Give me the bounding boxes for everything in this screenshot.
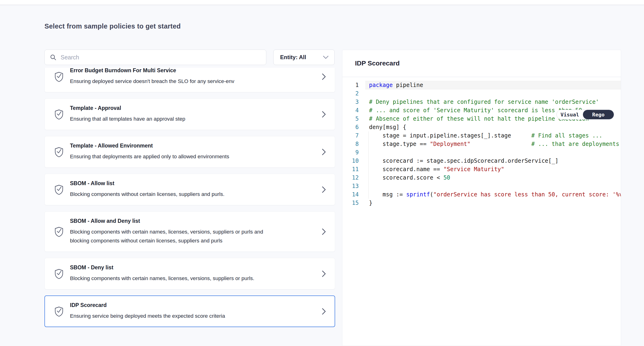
chevron-right-icon (321, 228, 326, 236)
policy-description: Blocking components without certain lice… (70, 190, 280, 199)
entity-filter-dropdown[interactable]: Entity: All (273, 49, 335, 65)
search-box[interactable] (44, 49, 266, 65)
policy-card[interactable]: IDP Scorecard Ensuring service being dep… (44, 296, 335, 327)
code-line: 3# Deny pipelines that are configured fo… (342, 98, 621, 106)
chevron-down-icon (323, 55, 329, 59)
shield-check-icon (54, 306, 64, 317)
chevron-right-icon (321, 72, 326, 81)
policy-description: Blocking components with certain names, … (70, 228, 280, 245)
code-line: 13 (342, 182, 621, 190)
detail-header: IDP Scorecard (342, 50, 621, 77)
entity-filter-label: Entity: All (280, 54, 306, 60)
shield-check-icon (54, 109, 64, 120)
line-number: 6 (342, 123, 359, 131)
code-line: 7 stage = input.pipeline.stages[_].stage… (342, 131, 621, 140)
policy-card[interactable]: Template - Approval Ensuring that all te… (44, 98, 335, 130)
policy-card[interactable]: SBOM - Allow list Blocking components wi… (44, 174, 335, 205)
line-number: 8 (342, 140, 359, 148)
line-number: 2 (342, 89, 359, 98)
policy-card[interactable]: Template - Allowed Environment Ensuring … (44, 136, 335, 168)
search-input[interactable] (60, 54, 261, 61)
policy-title: SBOM - Allow list (70, 180, 317, 187)
search-icon (50, 54, 56, 60)
line-number: 5 (342, 115, 359, 123)
line-number: 11 (342, 165, 359, 173)
visual-rego-toggle[interactable]: Visual Rego (556, 110, 614, 119)
visual-toggle-option[interactable]: Visual (557, 110, 583, 119)
chevron-right-icon (321, 307, 326, 316)
line-number: 15 (342, 199, 359, 207)
policy-card[interactable]: SBOM - Allow and Deny list Blocking comp… (44, 211, 335, 252)
chevron-right-icon (321, 185, 326, 194)
shield-check-icon (54, 71, 64, 82)
chevron-right-icon (321, 148, 326, 156)
line-number: 14 (342, 190, 359, 199)
line-number: 9 (342, 148, 359, 157)
policy-description: Ensuring that deployments are applied on… (70, 152, 280, 161)
rego-toggle-option[interactable]: Rego (583, 110, 614, 119)
policy-title: SBOM - Deny list (70, 264, 317, 271)
line-number: 4 (342, 106, 359, 115)
shield-check-icon (54, 226, 64, 237)
code-line: 6deny[msg] { (342, 123, 621, 131)
line-number: 10 (342, 157, 359, 165)
code-line: 11 scorecard.name == "Service Maturity" (342, 165, 621, 173)
top-bar (0, 0, 644, 5)
policy-list: Error Budget Burndown For Multi Service … (44, 68, 335, 346)
code-line: 9 (342, 148, 621, 157)
code-line: 14 msg := sprintf("orderService has scor… (342, 190, 621, 199)
code-line: 12 scorecard.score < 50 (342, 173, 621, 182)
policy-title: Template - Allowed Environment (70, 143, 317, 149)
policy-description: Ensuring that all templates have an appr… (70, 115, 280, 123)
page-title: Select from sample policies to get start… (44, 22, 181, 30)
policy-title: Template - Approval (70, 105, 317, 111)
shield-check-icon (54, 147, 64, 157)
line-number: 1 (342, 81, 359, 89)
line-number: 12 (342, 173, 359, 182)
line-number: 3 (342, 98, 359, 106)
code-line: 1package pipeline (342, 81, 621, 89)
policy-title: Error Budget Burndown For Multi Service (70, 68, 317, 74)
code-line: 15} (342, 199, 621, 207)
policy-title: IDP Scorecard (70, 302, 317, 308)
shield-check-icon (54, 184, 64, 195)
policy-description: Ensuring service being deployed meets th… (70, 312, 280, 321)
policy-description: Ensuring deployed service doesn't breach… (70, 77, 280, 86)
rego-code-editor[interactable]: Visual Rego 1package pipeline23# Deny pi… (342, 77, 621, 207)
code-line: 8 stage.type == "Deployment" # ... that … (342, 140, 621, 148)
chevron-right-icon (321, 270, 326, 278)
chevron-right-icon (321, 110, 326, 118)
line-number: 13 (342, 182, 359, 190)
detail-title: IDP Scorecard (355, 60, 400, 67)
policy-title: SBOM - Allow and Deny list (70, 218, 317, 224)
policy-card[interactable]: Error Budget Burndown For Multi Service … (44, 68, 335, 92)
line-number: 7 (342, 131, 359, 140)
policy-card[interactable]: SBOM - Deny list Blocking components wit… (44, 258, 335, 290)
code-line: 10 scorecard := stage.spec.idpScorecard.… (342, 157, 621, 165)
policy-description: Blocking components with certain names, … (70, 274, 280, 283)
indent-guide (368, 131, 368, 199)
shield-check-icon (54, 268, 64, 279)
code-line: 2 (342, 89, 621, 98)
policy-detail-panel: IDP Scorecard Visual Rego 1package pipel… (342, 50, 621, 346)
